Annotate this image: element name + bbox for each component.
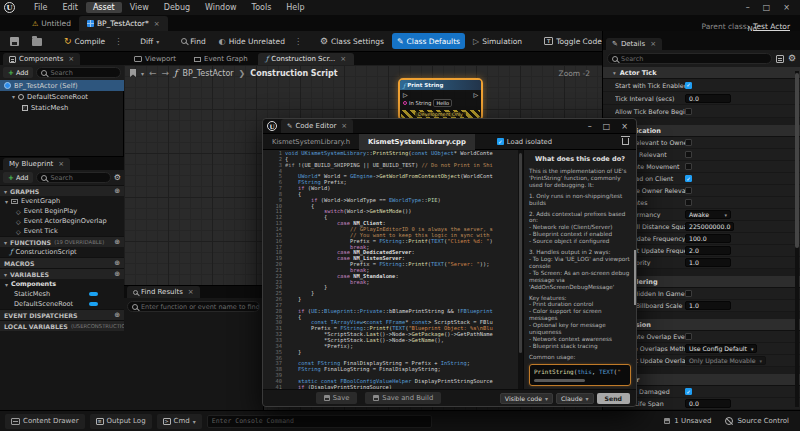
browse-button[interactable] [27, 33, 47, 49]
details-search[interactable]: Search [607, 53, 772, 64]
send-button[interactable]: Send [597, 393, 631, 404]
component-row-self[interactable]: BP_TestActor (Self) [0, 80, 124, 91]
menu-help[interactable]: Help [279, 2, 311, 13]
checkbox[interactable] [685, 163, 692, 170]
scrollbar-thumb[interactable] [519, 153, 522, 353]
menu-file[interactable]: File [27, 2, 54, 13]
tab-viewport[interactable]: Viewport [126, 53, 184, 65]
variables-components-group[interactable]: ▾Components [0, 279, 124, 289]
checkbox[interactable]: ✓ [685, 82, 692, 89]
add-graph-icon[interactable]: ⊕ [114, 187, 120, 195]
value-field[interactable]: 2.0 [685, 246, 731, 255]
usage-scrollbar[interactable] [534, 379, 585, 382]
load-isolated-checkbox[interactable]: ✓Load isolated [497, 138, 552, 146]
compile-button[interactable]: ↻Compile [59, 33, 110, 49]
chevron-down-icon[interactable]: ▾ [141, 70, 144, 77]
breadcrumb-root[interactable]: BP_TestActor [182, 69, 233, 78]
tab-kismet-h[interactable]: KismetSystemLibrary.h [263, 134, 359, 150]
close-icon[interactable]: × [621, 122, 628, 131]
checkbox[interactable] [685, 108, 692, 115]
components-search[interactable]: Search [36, 67, 121, 78]
event-row[interactable]: ◇Event ActorBeginOverlap [0, 216, 124, 226]
close-tab-icon[interactable]: × [188, 288, 194, 296]
value-field[interactable]: 1.0 [685, 301, 731, 310]
gear-icon[interactable]: ⚙ [788, 54, 796, 63]
tab-event-graph[interactable]: Event Graph [186, 53, 256, 65]
save-and-build-button[interactable]: Save and Build [365, 392, 441, 404]
dropdown[interactable]: Only Update Movable▾ [685, 356, 766, 365]
property-matrix-icon[interactable] [776, 55, 784, 63]
variable-row[interactable]: DefaultSceneRoot [0, 299, 124, 309]
dropdown[interactable]: Use Config Default▾ [685, 344, 757, 353]
my-blueprint-search[interactable]: Search [36, 172, 110, 183]
in-string-input[interactable]: Hello [433, 99, 452, 107]
variable-row[interactable]: StaticMesh [0, 289, 124, 299]
menu-debug[interactable]: Debug [157, 2, 197, 13]
dropdown[interactable]: Awake▾ [685, 210, 731, 219]
expand-arrow-icon[interactable]: ▾ [5, 198, 8, 205]
model-dropdown[interactable]: Claude▾ [556, 393, 594, 404]
checkbox[interactable] [685, 139, 692, 146]
graphs-section-header[interactable]: ▾GRAPHS⊕ [0, 185, 124, 196]
tab-components[interactable]: Components× [3, 53, 80, 65]
event-row[interactable]: ◇Event Tick [0, 226, 124, 236]
add-dispatcher-icon[interactable]: ⊕ [114, 311, 120, 319]
add-blueprint-item-button[interactable]: +Add [3, 172, 33, 183]
exec-in-pin[interactable]: ▷ [403, 91, 408, 98]
forward-arrow-icon[interactable]: → [162, 68, 170, 78]
component-row-root[interactable]: ▾DefaultSceneRoot [0, 91, 124, 102]
close-tab-icon[interactable]: × [58, 160, 64, 168]
event-graph-row[interactable]: ▾EventGraph [0, 196, 124, 206]
code-area[interactable]: void UKismetSystemLibrary::PrintString(c… [285, 150, 518, 389]
value-field[interactable]: 225000000.0 [685, 222, 734, 231]
console-command-input[interactable] [207, 415, 432, 428]
close-tab-icon[interactable]: × [340, 55, 346, 63]
scrollbar-thumb[interactable] [795, 73, 799, 248]
details-section-header[interactable]: ▾Actor Tick [603, 67, 800, 79]
cmd-dropdown[interactable]: >Cmd▾ [157, 414, 202, 429]
menu-view[interactable]: View [123, 2, 156, 13]
tab-bp-testactor[interactable]: BP_TestActor* × [79, 16, 168, 31]
tab-my-blueprint[interactable]: My Blueprint× [3, 158, 70, 170]
local-variables-section-header[interactable]: LOCAL VARIABLES(USERCONSTRUCTIONSCRIPT)⊕ [0, 320, 124, 331]
minimize-icon[interactable]: – [588, 122, 592, 131]
code-editor-window[interactable]: U ✎Code Editor× – □ × KismetSystemLibrar… [262, 118, 637, 407]
breadcrumb-leaf[interactable]: Construction Script [250, 69, 337, 78]
checkbox[interactable] [685, 151, 692, 158]
hide-unrelated-button[interactable]: ◐Hide Unrelated [214, 33, 290, 49]
bookmark-icon[interactable] [130, 69, 136, 77]
close-tab-icon[interactable]: × [154, 20, 160, 28]
tab-construction-script[interactable]: ƒConstruction Scr...× [258, 53, 354, 65]
menu-asset[interactable]: Asset [86, 2, 122, 13]
expand-arrow-icon[interactable]: ▾ [12, 93, 15, 100]
add-variable-icon[interactable]: ⊕ [114, 270, 120, 278]
find-button[interactable]: Find [176, 33, 210, 49]
save-button[interactable]: Save [316, 392, 358, 404]
event-row[interactable]: ◇Event BeginPlay [0, 206, 124, 216]
details-scrollbar[interactable] [795, 71, 799, 407]
checkbox[interactable]: ✓ [685, 388, 692, 395]
code-editor-titlebar[interactable]: U ✎Code Editor× – □ × [263, 119, 636, 134]
simulation-button[interactable]: ▷Simulation [468, 33, 527, 49]
print-string-node[interactable]: ƒPrint String ▷ ▷ In String Hello Develo… [398, 78, 483, 121]
value-field[interactable]: 0.0 [685, 399, 731, 408]
value-field[interactable]: 1.0 [685, 258, 731, 267]
checkbox[interactable] [685, 290, 692, 297]
checkbox[interactable] [685, 333, 692, 340]
content-drawer-button[interactable]: Content Drawer [5, 414, 85, 429]
checkbox[interactable]: ✓ [685, 175, 692, 182]
node-header[interactable]: ƒPrint String [400, 80, 481, 90]
value-field[interactable]: 100.0 [685, 234, 731, 243]
construction-script-row[interactable]: ƒConstructionScript [0, 247, 124, 257]
visible-code-dropdown[interactable]: Visible code▾ [500, 393, 553, 404]
source-control-button[interactable]: Source Control [725, 417, 789, 425]
component-row-staticmesh[interactable]: StaticMesh [0, 102, 124, 113]
close-tab-icon[interactable]: × [68, 55, 74, 63]
save-asset-button[interactable] [5, 33, 24, 49]
ai-panel-scrollbar[interactable] [634, 250, 636, 305]
minimize-icon[interactable]: – [746, 3, 750, 12]
string-pin-icon[interactable] [403, 101, 407, 105]
compile-options-icon[interactable]: ⋮ [113, 37, 123, 46]
add-function-icon[interactable]: ⊕ [114, 238, 120, 246]
value-field[interactable]: 0.0 [685, 94, 731, 103]
